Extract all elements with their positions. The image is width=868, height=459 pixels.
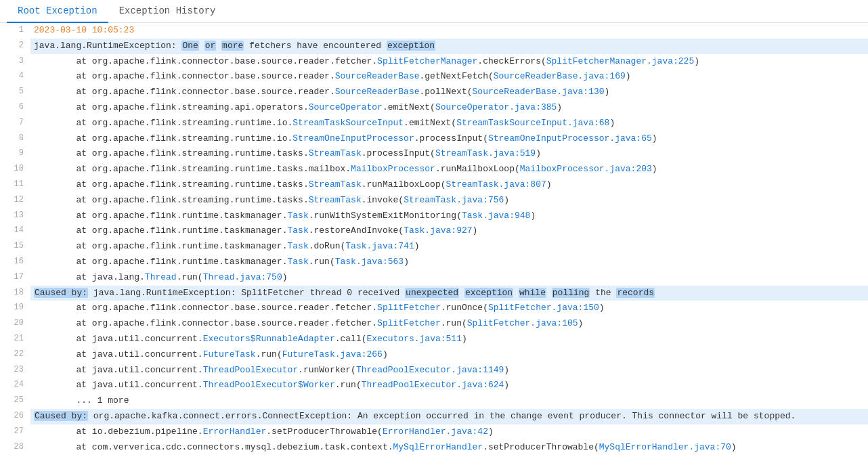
stack-trace-table: 12023-03-10 10:05:232java.lang.RuntimeEx… [0, 23, 868, 452]
line-number: 3 [0, 54, 30, 68]
line-content: at org.apache.flink.streaming.runtime.ta… [30, 162, 868, 177]
table-row: 22 at java.util.concurrent.FutureTask.ru… [0, 347, 868, 363]
line-content: at com.ververica.cdc.connectors.mysql.de… [30, 440, 868, 452]
line-number: 13 [0, 209, 30, 223]
table-row: 11 at org.apache.flink.streaming.runtime… [0, 177, 868, 193]
line-content: at io.debezium.pipeline.ErrorHandler.set… [30, 424, 868, 440]
line-number: 4 [0, 69, 30, 83]
line-content: 2023-03-10 10:05:23 [30, 23, 868, 39]
table-row: 2java.lang.RuntimeException: One or more… [0, 39, 868, 54]
table-row: 4 at org.apache.flink.connector.base.sou… [0, 69, 868, 85]
line-number: 7 [0, 116, 30, 130]
line-content: Caused by: org.apache.kafka.connect.erro… [30, 409, 868, 424]
table-row: 12023-03-10 10:05:23 [0, 23, 868, 39]
table-row: 26Caused by: org.apache.kafka.connect.er… [0, 409, 868, 424]
table-row: 23 at java.util.concurrent.ThreadPoolExe… [0, 363, 868, 378]
line-content: at org.apache.flink.runtime.taskmanager.… [30, 209, 868, 224]
line-content: at org.apache.flink.runtime.taskmanager.… [30, 255, 868, 270]
line-number: 1 [0, 23, 30, 37]
line-number: 12 [0, 193, 30, 207]
line-number: 20 [0, 316, 30, 330]
line-number: 11 [0, 177, 30, 192]
line-number: 8 [0, 131, 30, 146]
line-content: at org.apache.flink.connector.base.sourc… [30, 54, 868, 70]
tab-exception-history[interactable]: Exception History [108, 0, 227, 23]
table-row: 27 at io.debezium.pipeline.ErrorHandler.… [0, 424, 868, 440]
table-row: 21 at java.util.concurrent.Executors$Run… [0, 332, 868, 347]
line-content: java.lang.RuntimeException: One or more … [30, 39, 868, 54]
table-row: 25 ... 1 more [0, 393, 868, 409]
line-content: at org.apache.flink.streaming.runtime.ta… [30, 193, 868, 209]
table-row: 14 at org.apache.flink.runtime.taskmanag… [0, 223, 868, 239]
table-row: 10 at org.apache.flink.streaming.runtime… [0, 162, 868, 177]
table-row: 28 at com.ververica.cdc.connectors.mysql… [0, 440, 868, 452]
table-row: 13 at org.apache.flink.runtime.taskmanag… [0, 209, 868, 224]
line-content: Caused by: java.lang.RuntimeException: S… [30, 286, 868, 301]
table-row: 6 at org.apache.flink.streaming.api.oper… [0, 100, 868, 116]
line-content: at org.apache.flink.streaming.runtime.io… [30, 131, 868, 147]
table-row: 3 at org.apache.flink.connector.base.sou… [0, 54, 868, 70]
line-number: 2 [0, 39, 30, 53]
line-number: 17 [0, 270, 30, 284]
line-content: at org.apache.flink.runtime.taskmanager.… [30, 239, 868, 255]
table-row: 5 at org.apache.flink.connector.base.sou… [0, 85, 868, 100]
line-number: 15 [0, 239, 30, 253]
line-number: 6 [0, 100, 30, 114]
table-row: 16 at org.apache.flink.runtime.taskmanag… [0, 255, 868, 270]
table-row: 7 at org.apache.flink.streaming.runtime.… [0, 116, 868, 131]
table-row: 18Caused by: java.lang.RuntimeException:… [0, 286, 868, 301]
line-number: 28 [0, 440, 30, 452]
line-number: 9 [0, 146, 30, 160]
line-number: 23 [0, 363, 30, 377]
tab-root-exception[interactable]: Root Exception [7, 0, 108, 23]
line-content: at org.apache.flink.connector.base.sourc… [30, 85, 868, 100]
table-row: 24 at java.util.concurrent.ThreadPoolExe… [0, 378, 868, 393]
tabs-container: Root Exception Exception History [0, 0, 868, 23]
table-row: 15 at org.apache.flink.runtime.taskmanag… [0, 239, 868, 255]
line-content: at org.apache.flink.streaming.runtime.ta… [30, 146, 868, 162]
table-row: 17 at java.lang.Thread.run(Thread.java:7… [0, 270, 868, 286]
line-number: 10 [0, 162, 30, 176]
table-row: 12 at org.apache.flink.streaming.runtime… [0, 193, 868, 209]
line-number: 16 [0, 255, 30, 269]
line-number: 18 [0, 286, 30, 300]
line-content: ... 1 more [30, 393, 868, 409]
line-content: at org.apache.flink.connector.base.sourc… [30, 316, 868, 332]
line-number: 21 [0, 332, 30, 346]
line-number: 14 [0, 223, 30, 238]
line-number: 24 [0, 378, 30, 392]
line-number: 19 [0, 301, 30, 315]
line-content: at org.apache.flink.connector.base.sourc… [30, 69, 868, 85]
table-row: 9 at org.apache.flink.streaming.runtime.… [0, 146, 868, 162]
line-number: 27 [0, 424, 30, 439]
line-content: at org.apache.flink.runtime.taskmanager.… [30, 223, 868, 239]
line-content: at java.util.concurrent.ThreadPoolExecut… [30, 363, 868, 378]
table-row: 19 at org.apache.flink.connector.base.so… [0, 301, 868, 316]
line-number: 26 [0, 409, 30, 423]
line-number: 22 [0, 347, 30, 362]
line-number: 5 [0, 85, 30, 99]
line-number: 25 [0, 393, 30, 408]
line-content: at org.apache.flink.streaming.runtime.io… [30, 116, 868, 131]
line-content: at java.util.concurrent.FutureTask.run(F… [30, 347, 868, 363]
line-content: at org.apache.flink.streaming.runtime.ta… [30, 177, 868, 193]
line-content: at java.util.concurrent.ThreadPoolExecut… [30, 378, 868, 393]
table-row: 20 at org.apache.flink.connector.base.so… [0, 316, 868, 332]
tab-bar: Root Exception Exception History [0, 0, 868, 23]
line-content: at org.apache.flink.streaming.api.operat… [30, 100, 868, 116]
line-content: at java.util.concurrent.Executors$Runnab… [30, 332, 868, 347]
line-content: at java.lang.Thread.run(Thread.java:750) [30, 270, 868, 286]
code-viewer[interactable]: 12023-03-10 10:05:232java.lang.RuntimeEx… [0, 23, 868, 452]
line-content: at org.apache.flink.connector.base.sourc… [30, 301, 868, 316]
table-row: 8 at org.apache.flink.streaming.runtime.… [0, 131, 868, 147]
